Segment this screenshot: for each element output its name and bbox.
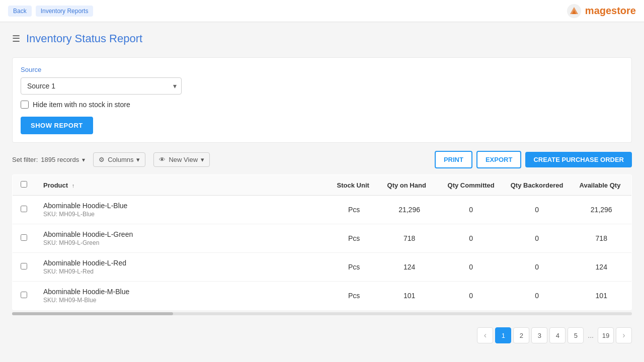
row-qty-committed-1: 0 — [440, 224, 503, 253]
header-stock-unit: Stock Unit — [329, 175, 379, 196]
source-select[interactable]: Source 1 Source 2 Source 3 — [21, 77, 182, 95]
source-select-wrapper: Source 1 Source 2 Source 3 ▾ — [21, 77, 182, 95]
table-header-row: Product ↑ Stock Unit Qty on Hand Qty Com… — [13, 175, 632, 196]
header-qty-backordered: Qty Backordered — [503, 175, 572, 196]
row-available-qty-2: 124 — [572, 253, 632, 282]
header-qty-on-hand: Qty on Hand — [379, 175, 440, 196]
row-qty-on-hand-2: 124 — [379, 253, 440, 282]
row-qty-on-hand-1: 718 — [379, 224, 440, 253]
row-product-1: Abominable Hoodie-L-Green SKU: MH09-L-Gr… — [35, 224, 329, 253]
row-qty-backordered-3: 0 — [503, 282, 572, 310]
columns-button[interactable]: ⚙ Columns ▾ — [93, 152, 145, 167]
filter-dropdown-button[interactable]: ▾ — [82, 156, 85, 163]
row-qty-committed-2: 0 — [440, 253, 503, 282]
row-qty-on-hand-0: 21,296 — [379, 196, 440, 224]
inventory-table: Product ↑ Stock Unit Qty on Hand Qty Com… — [12, 174, 632, 310]
row-qty-committed-0: 0 — [440, 196, 503, 224]
top-bar: Back Inventory Reports magestore — [0, 0, 644, 22]
pagination-ellipsis: ... — [586, 331, 596, 339]
gear-icon: ⚙ — [99, 156, 105, 163]
row-checkbox-cell — [13, 282, 36, 310]
filter-section: Source Source 1 Source 2 Source 3 ▾ Hide… — [12, 57, 632, 143]
table-row: Abominable Hoodie-M-Blue SKU: MH09-M-Blu… — [13, 282, 632, 310]
logo-text: magestore — [585, 5, 636, 17]
row-checkbox-2[interactable] — [21, 263, 27, 269]
page-header: ☰ Inventory Status Report — [12, 32, 632, 45]
row-stock-unit-2: Pcs — [329, 253, 379, 282]
row-stock-unit-3: Pcs — [329, 282, 379, 310]
columns-label: Columns — [108, 156, 133, 163]
table-row: Abominable Hoodie-L-Red SKU: MH09-L-Red … — [13, 253, 632, 282]
row-qty-committed-3: 0 — [440, 282, 503, 310]
page-title: Inventory Status Report — [26, 32, 142, 45]
row-checkbox-cell — [13, 224, 36, 253]
row-qty-backordered-1: 0 — [503, 224, 572, 253]
row-product-2: Abominable Hoodie-L-Red SKU: MH09-L-Red — [35, 253, 329, 282]
toolbar-left: Set filter: 1895 records ▾ ⚙ Columns ▾ 👁… — [12, 152, 210, 167]
header-product[interactable]: Product ↑ — [35, 175, 329, 196]
header-select-all — [13, 175, 36, 196]
row-qty-backordered-2: 0 — [503, 253, 572, 282]
pagination-page-5[interactable]: 5 — [568, 327, 584, 343]
table-row: Abominable Hoodie-L-Blue SKU: MH09-L-Blu… — [13, 196, 632, 224]
main-content: ☰ Inventory Status Report Source Source … — [0, 22, 644, 359]
eye-icon: 👁 — [159, 156, 166, 163]
records-count: 1895 records — [41, 156, 79, 163]
logo: magestore — [566, 3, 636, 19]
toolbar-right: PRINT EXPORT CREATE PURCHASE ORDER — [435, 151, 632, 168]
pagination-page-3[interactable]: 3 — [531, 327, 547, 343]
toolbar: Set filter: 1895 records ▾ ⚙ Columns ▾ 👁… — [12, 151, 632, 168]
breadcrumb-button[interactable]: Inventory Reports — [36, 6, 94, 17]
row-stock-unit-1: Pcs — [329, 224, 379, 253]
filter-info: Set filter: 1895 records ▾ — [12, 156, 85, 163]
pagination-page-1[interactable]: 1 — [495, 327, 511, 343]
view-dropdown-icon: ▾ — [201, 156, 204, 163]
row-product-0: Abominable Hoodie-L-Blue SKU: MH09-L-Blu… — [35, 196, 329, 224]
new-view-button[interactable]: 👁 New View ▾ — [153, 152, 210, 167]
pagination-page-2[interactable]: 2 — [513, 327, 529, 343]
row-available-qty-1: 718 — [572, 224, 632, 253]
filter-source-label: Source — [21, 66, 623, 73]
scroll-thumb[interactable] — [12, 312, 173, 315]
table-scroll-area: Product ↑ Stock Unit Qty on Hand Qty Com… — [12, 174, 632, 310]
row-checkbox-0[interactable] — [21, 206, 27, 212]
header-qty-committed: Qty Committed — [440, 175, 503, 196]
row-checkbox-1[interactable] — [21, 234, 27, 241]
hide-no-stock-checkbox[interactable] — [21, 101, 29, 109]
row-checkbox-cell — [13, 196, 36, 224]
export-button[interactable]: EXPORT — [476, 151, 521, 168]
pagination: ‹ 1 2 3 4 5 ... 19 › — [12, 321, 632, 349]
pagination-last-page[interactable]: 19 — [598, 327, 614, 343]
select-all-checkbox[interactable] — [21, 181, 27, 188]
hamburger-icon[interactable]: ☰ — [12, 33, 20, 44]
pagination-page-4[interactable]: 4 — [549, 327, 566, 343]
top-bar-left: Back Inventory Reports — [8, 6, 93, 17]
create-purchase-order-button[interactable]: CREATE PURCHASE ORDER — [525, 152, 632, 167]
print-button[interactable]: PRINT — [435, 151, 472, 168]
hide-no-stock-row: Hide item with no stock in store — [21, 101, 623, 109]
new-view-label: New View — [169, 156, 198, 163]
table-row: Abominable Hoodie-L-Green SKU: MH09-L-Gr… — [13, 224, 632, 253]
row-available-qty-0: 21,296 — [572, 196, 632, 224]
product-sort-icon: ↑ — [72, 183, 75, 189]
row-qty-backordered-0: 0 — [503, 196, 572, 224]
hide-no-stock-label[interactable]: Hide item with no stock in store — [33, 101, 130, 109]
show-report-button[interactable]: SHOW REPORT — [21, 117, 93, 134]
row-product-3: Abominable Hoodie-M-Blue SKU: MH09-M-Blu… — [35, 282, 329, 310]
columns-dropdown-icon: ▾ — [136, 156, 140, 163]
row-stock-unit-0: Pcs — [329, 196, 379, 224]
row-checkbox-3[interactable] — [21, 292, 27, 298]
row-available-qty-3: 101 — [572, 282, 632, 310]
row-checkbox-cell — [13, 253, 36, 282]
set-filter-label: Set filter: — [12, 156, 38, 163]
horizontal-scrollbar[interactable] — [12, 312, 632, 315]
pagination-prev-button[interactable]: ‹ — [477, 327, 493, 343]
magestore-logo-icon — [566, 3, 582, 19]
pagination-next-button[interactable]: › — [616, 327, 632, 343]
row-qty-on-hand-3: 101 — [379, 282, 440, 310]
back-button[interactable]: Back — [8, 6, 32, 17]
header-available-qty: Available Qty — [572, 175, 632, 196]
